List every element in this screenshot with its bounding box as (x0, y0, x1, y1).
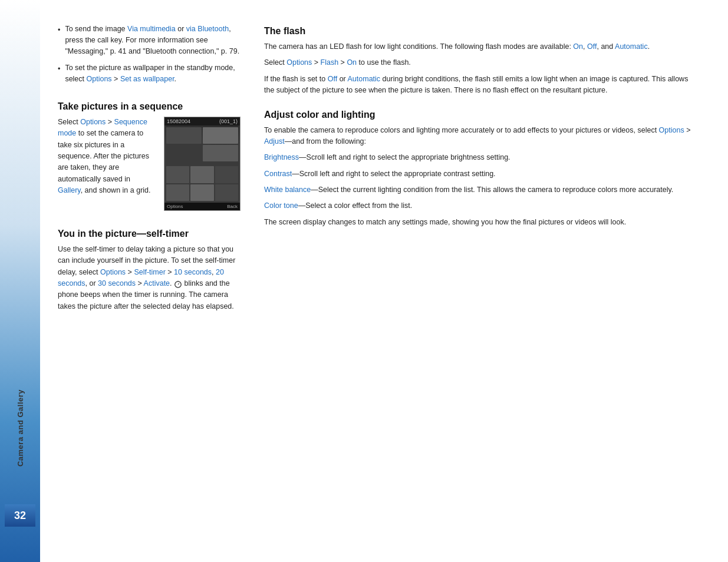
bullet-text-2: To set the picture as wallpaper in the s… (65, 62, 241, 85)
gallery-link[interactable]: Gallery (58, 186, 81, 194)
intro-bullets: • To send the image Via multimedia or vi… (58, 24, 241, 85)
camera-cell-10 (215, 184, 238, 201)
automatic-link-2[interactable]: Automatic (348, 75, 381, 83)
set-as-wallpaper-link[interactable]: Set as wallpaper (120, 75, 174, 83)
contrast-label[interactable]: Contrast (264, 170, 292, 178)
options-link-2[interactable]: Options (80, 118, 106, 126)
svg-line-2 (178, 283, 179, 285)
color-tone-item: Color tone—Select a color effect from th… (264, 200, 699, 211)
main-content: • To send the image Via multimedia or vi… (40, 0, 728, 562)
brightness-label[interactable]: Brightness (264, 153, 299, 161)
camera-bottom-bar: Options Back (164, 203, 240, 210)
camera-cell-2 (203, 127, 238, 144)
list-item: • To set the picture as wallpaper in the… (58, 62, 241, 85)
options-link-1[interactable]: Options (87, 75, 112, 83)
camera-sequence-image: 15082004 (001_1) (164, 117, 241, 211)
camera-top-bar: 15082004 (001_1) (164, 117, 240, 125)
automatic-link[interactable]: Automatic (615, 42, 648, 51)
take-pictures-heading: Take pictures in a sequence (58, 101, 241, 112)
flash-link[interactable]: Flash (321, 58, 339, 67)
off-link-2[interactable]: Off (328, 75, 337, 83)
flash-section: The flash The camera has an LED flash fo… (264, 26, 699, 97)
white-balance-text: —Select the current lighting condition f… (311, 186, 673, 194)
flash-body-3: If the flash is set to Off or Automatic … (264, 74, 699, 97)
adjust-link[interactable]: Adjust (264, 137, 285, 146)
camera-options: Options (167, 204, 183, 209)
brightness-text: —Scroll left and right to select the app… (299, 153, 510, 161)
camera-sub: (001_1) (219, 118, 238, 124)
take-pictures-body: 15082004 (001_1) (58, 117, 241, 216)
page-number: 32 (5, 504, 35, 527)
camera-cell-7 (215, 166, 238, 183)
30-seconds-link[interactable]: 30 seconds (98, 279, 136, 287)
left-column: • To send the image Via multimedia or vi… (58, 24, 241, 538)
flash-heading: The flash (264, 26, 699, 37)
camera-cell-3 (166, 145, 202, 161)
camera-screen: 15082004 (001_1) (164, 117, 240, 210)
options-link-5[interactable]: Options (659, 126, 684, 134)
camera-date: 15082004 (167, 118, 190, 124)
sidebar: Camera and Gallery 32 (0, 0, 40, 562)
flash-body-2: Select Options > Flash > On to use the f… (264, 57, 699, 68)
camera-back: Back (227, 204, 238, 209)
right-column: The flash The camera has an LED flash fo… (264, 24, 699, 538)
adjust-color-body-1: To enable the camera to reproduce colors… (264, 125, 699, 148)
camera-cell-6 (190, 166, 213, 183)
white-balance-item: White balance—Select the current lightin… (264, 184, 699, 196)
via-bluetooth-link[interactable]: via Bluetooth (186, 25, 229, 33)
take-pictures-section: Take pictures in a sequence 15082004 (00… (58, 101, 241, 216)
options-link-4[interactable]: Options (286, 58, 312, 67)
camera-cell-8 (166, 184, 189, 201)
camera-cell-4 (203, 145, 238, 161)
off-link[interactable]: Off (587, 42, 597, 51)
adjust-color-heading: Adjust color and lighting (264, 110, 699, 120)
self-timer-section: You in the picture—self-timer Use the se… (58, 229, 241, 312)
camera-cell-5 (166, 166, 189, 183)
adjust-color-section: Adjust color and lighting To enable the … (264, 110, 699, 229)
self-timer-link[interactable]: Self-timer (134, 268, 165, 276)
sidebar-label: Camera and Gallery (16, 389, 25, 467)
camera-cell-9 (190, 184, 213, 201)
via-multimedia-link[interactable]: Via multimedia (127, 25, 176, 33)
color-tone-text: —Select a color effect from the list. (298, 201, 413, 210)
color-tone-label[interactable]: Color tone (264, 201, 298, 210)
self-timer-heading: You in the picture—self-timer (58, 229, 241, 239)
adjust-color-final: The screen display changes to match any … (264, 217, 699, 228)
camera-cell-1 (166, 127, 202, 144)
contrast-text: —Scroll left and right to select the app… (292, 170, 495, 178)
bullet-dot: • (58, 64, 60, 85)
timer-icon (174, 280, 182, 288)
brightness-item: Brightness—Scroll left and right to sele… (264, 152, 699, 163)
10-seconds-link[interactable]: 10 seconds (174, 268, 212, 276)
bullet-dot: • (58, 25, 60, 57)
options-link-3[interactable]: Options (100, 268, 126, 276)
list-item: • To send the image Via multimedia or vi… (58, 24, 241, 57)
activate-link[interactable]: Activate (144, 279, 170, 287)
on-link-2[interactable]: On (347, 58, 357, 67)
bullet-text-1: To send the image Via multimedia or via … (65, 24, 241, 57)
self-timer-text: Use the self-timer to delay taking a pic… (58, 244, 241, 312)
flash-body-1: The camera has an LED flash for low ligh… (264, 41, 699, 52)
contrast-item: Contrast—Scroll left and right to select… (264, 168, 699, 180)
on-link[interactable]: On (573, 42, 583, 51)
white-balance-label[interactable]: White balance (264, 186, 311, 194)
